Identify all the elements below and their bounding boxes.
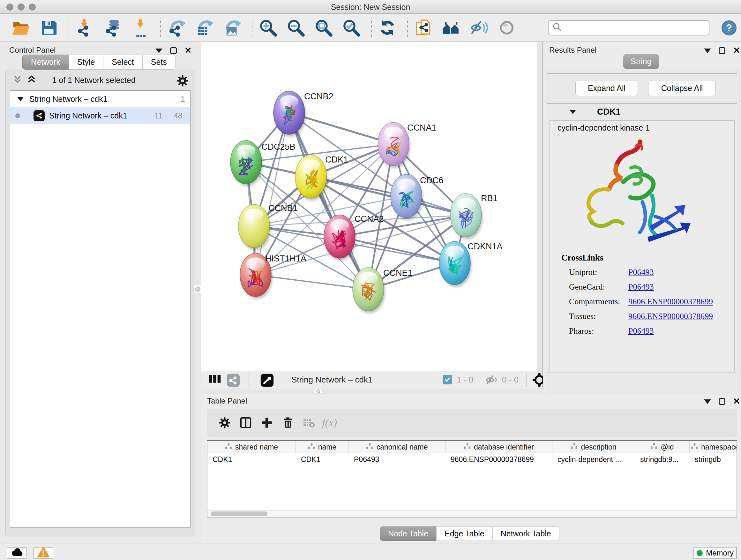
node-CDC6[interactable]: CDC6 <box>391 174 444 220</box>
column-header-canonical-name[interactable]: canonical name <box>349 441 446 453</box>
show-columns-icon[interactable] <box>235 414 256 432</box>
export-table-icon[interactable] <box>194 17 214 38</box>
collection-collapse-icon[interactable] <box>17 97 23 101</box>
collapse-all-button[interactable]: Collapse All <box>648 80 716 96</box>
search-box[interactable] <box>548 20 710 36</box>
node-CDKN1A[interactable]: CDKN1A <box>439 241 502 287</box>
node-CCNE1[interactable]: CCNE1 <box>353 267 413 314</box>
column-header-@id[interactable]: @id <box>635 441 690 453</box>
results-close-icon[interactable]: ✕ <box>733 46 740 55</box>
table-settings-gear-icon[interactable] <box>214 414 235 432</box>
import-network-icon[interactable] <box>75 17 95 38</box>
cloud-button[interactable] <box>7 547 26 559</box>
results-float-icon[interactable] <box>719 47 725 54</box>
table-hscrollbar[interactable] <box>207 510 737 517</box>
panel-float-icon[interactable] <box>170 47 177 54</box>
save-session-icon[interactable] <box>39 17 59 38</box>
network-options-gear-icon[interactable] <box>176 74 189 88</box>
tab-network[interactable]: Network <box>22 55 69 70</box>
panel-menu-icon[interactable] <box>155 49 162 53</box>
selected-checkbox-icon[interactable] <box>443 375 452 384</box>
crosslink-link[interactable]: P06493 <box>628 326 654 336</box>
network-row[interactable]: String Network – cdk1 11 48 <box>10 107 190 124</box>
node-CCNA1[interactable]: CCNA1 <box>378 122 436 168</box>
crosslink-link[interactable]: P06493 <box>628 267 654 277</box>
tab-edge-table[interactable]: Edge Table <box>436 526 493 541</box>
table-cell[interactable]: stringdb <box>690 453 737 465</box>
column-header-namespace[interactable]: namespace <box>690 441 737 453</box>
column-header-description[interactable]: description <box>552 441 635 453</box>
export-network-icon[interactable] <box>166 17 186 38</box>
crosslink-label: Pharos: <box>569 326 628 336</box>
network-collection-row[interactable]: String Network – cdk1 1 <box>10 91 190 107</box>
node-table[interactable]: shared namenamecanonical namedatabase id… <box>207 440 737 517</box>
crosslink-row: Pharos:P06493 <box>569 324 729 338</box>
string-share-icon[interactable] <box>226 373 240 388</box>
edge-CCNB2-HIST1H1A[interactable] <box>256 113 289 275</box>
network-graph[interactable]: CCNB2CCNA1CDC25BCDK1CDC6RB1CCNB1CCNA2CDK… <box>201 42 537 371</box>
crosslink-link[interactable]: 9606.ENSP00000378699 <box>628 297 713 307</box>
add-column-icon[interactable] <box>256 414 277 432</box>
left-splitter-handle[interactable] <box>193 285 202 294</box>
crosslink-link[interactable]: 9606.ENSP00000378699 <box>628 312 713 321</box>
node-CCNB2[interactable]: CCNB2 <box>273 91 333 137</box>
protein-description: cyclin-dependent kinase 1 <box>557 123 650 132</box>
zoom-out-icon[interactable] <box>286 17 306 38</box>
open-session-icon[interactable] <box>11 17 31 38</box>
string-home-icon[interactable] <box>441 17 461 38</box>
table-hscrollbar-thumb[interactable] <box>211 511 267 516</box>
node-RB1[interactable]: RB1 <box>450 193 498 240</box>
table-cell[interactable]: cyclin-dependent ... <box>552 453 635 465</box>
table-cell[interactable]: 9606.ENSP00000378699 <box>446 453 552 465</box>
tab-network-table[interactable]: Network Table <box>492 526 559 541</box>
results-menu-icon[interactable] <box>704 49 711 53</box>
export-image-icon[interactable] <box>222 17 242 38</box>
zoom-in-icon[interactable] <box>258 17 278 38</box>
table-row[interactable]: CDK1CDK1P064939606.ENSP00000378699cyclin… <box>207 453 737 465</box>
table-close-icon[interactable]: ✕ <box>733 397 740 406</box>
expand-collapse-box: Expand All Collapse All <box>547 73 737 102</box>
help-icon[interactable]: ? <box>722 20 737 36</box>
table-cell[interactable]: CDK1 <box>296 453 349 465</box>
refresh-icon[interactable] <box>378 17 397 38</box>
import-database-icon[interactable] <box>103 17 123 38</box>
tab-string[interactable]: String <box>623 54 659 69</box>
clone-network-icon[interactable] <box>414 17 433 38</box>
search-input[interactable] <box>562 23 703 33</box>
panel-close-icon[interactable]: ✕ <box>185 46 192 55</box>
grid-view-icon[interactable] <box>208 373 222 389</box>
horizontal-splitter-handle[interactable] <box>314 389 323 394</box>
table-menu-icon[interactable] <box>704 399 711 404</box>
column-type-icon <box>464 443 471 452</box>
expand-all-button[interactable]: Expand All <box>576 80 638 96</box>
protein-collapse-icon[interactable] <box>569 110 576 114</box>
warning-button[interactable] <box>33 547 53 559</box>
hide-panel-icon[interactable] <box>469 17 489 38</box>
zoom-selected-icon[interactable] <box>341 17 361 38</box>
show-panel-icon[interactable] <box>497 17 517 38</box>
crosslink-link[interactable]: P06493 <box>628 282 654 292</box>
crosslink-row: Uniprot:P06493 <box>569 265 729 280</box>
birdseye-view-icon[interactable] <box>260 373 274 388</box>
crosslinks-title: CrossLinks <box>561 253 603 263</box>
import-table-icon[interactable] <box>131 17 150 38</box>
network-canvas[interactable]: CCNB2CCNA1CDC25BCDK1CDC6RB1CCNB1CCNA2CDK… <box>201 42 537 371</box>
node-HIST1H1A[interactable]: HIST1H1A <box>240 253 307 299</box>
edge-CCNA2-CDKN1A[interactable] <box>340 237 455 263</box>
memory-button[interactable]: Memory <box>693 547 737 559</box>
table-cell[interactable]: stringdb:9... <box>635 453 690 465</box>
tab-style[interactable]: Style <box>69 55 104 70</box>
zoom-fit-icon[interactable] <box>314 17 333 38</box>
tab-select[interactable]: Select <box>103 55 142 70</box>
table-float-icon[interactable] <box>719 398 725 405</box>
protein-section-header[interactable]: CDK1 <box>547 104 737 120</box>
table-cell[interactable]: CDK1 <box>207 453 296 465</box>
column-header-name[interactable]: name <box>296 441 349 453</box>
column-header-shared-name[interactable]: shared name <box>207 441 296 453</box>
column-header-database-identifier[interactable]: database identifier <box>446 441 552 453</box>
table-cell[interactable]: P06493 <box>349 453 446 465</box>
tab-node-table[interactable]: Node Table <box>380 526 436 541</box>
delete-column-icon[interactable] <box>277 414 298 432</box>
node-label-CDC6: CDC6 <box>420 176 444 185</box>
tab-sets[interactable]: Sets <box>142 55 176 70</box>
